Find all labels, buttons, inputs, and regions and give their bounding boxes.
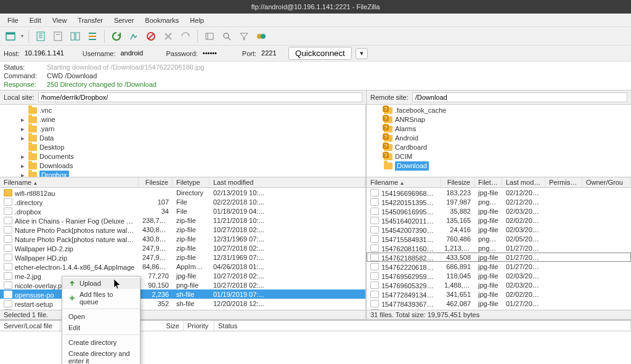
site-manager-button[interactable]: [4, 30, 17, 43]
col-filename[interactable]: Filename: [0, 177, 139, 187]
tree-item[interactable]: .vnc: [2, 106, 363, 115]
disconnect-button[interactable]: [161, 30, 175, 43]
table-row[interactable]: 1545164020114.jpg135,165jpg-file02/02/20…: [367, 216, 631, 225]
table-row[interactable]: nicole-overlay.png90,150png-file10/27/20…: [0, 280, 365, 289]
toolbar: ▾: [0, 27, 631, 46]
ctx-upload[interactable]: Upload: [62, 278, 140, 289]
quickconnect-history-dropdown[interactable]: ▾: [356, 48, 368, 59]
menu-file[interactable]: File: [2, 15, 23, 25]
table-row[interactable]: 1547621885826.jpg433,508jpg-file01/27/20…: [367, 253, 631, 262]
refresh-button[interactable]: [110, 30, 123, 43]
table-row[interactable]: wifi-rtl8812auDirectory02/13/2019 10:...: [0, 188, 365, 197]
table-row[interactable]: Wallpaper HD.zip247,995,...zip-file12/31…: [0, 253, 365, 262]
toolbar-icon-4[interactable]: [86, 30, 99, 43]
col-filetype[interactable]: Filetype: [173, 177, 210, 187]
col-filename[interactable]: Filename: [367, 177, 441, 187]
ctx-create-directory-enter[interactable]: Create directory and enter it: [62, 348, 140, 364]
col-filesize[interactable]: Filesize: [441, 177, 474, 187]
table-row[interactable]: 1545420073905.jpg24,416jpg-file02/03/201…: [367, 225, 631, 234]
menu-bar: File Edit View Transfer Server Bookmarks…: [0, 14, 631, 27]
toolbar-icon-6[interactable]: [127, 30, 140, 43]
search-button[interactable]: [220, 30, 234, 43]
table-row[interactable]: opensuse-po2,236sh-file01/19/2019 07:...: [0, 289, 365, 299]
table-row[interactable]: .directory107File02/22/2018 10:...: [0, 197, 365, 206]
password-input[interactable]: [202, 48, 238, 59]
col-filesize[interactable]: Filesize: [139, 177, 173, 187]
tree-item[interactable]: DCIM: [369, 152, 629, 161]
table-row[interactable]: me-2.jpg77,270jpg-file10/27/2018 02:...: [0, 271, 365, 280]
tree-item[interactable]: ▸.yarn: [2, 124, 363, 134]
table-row[interactable]: 1547622206180.jpg686,891jpg-file01/27/20…: [367, 262, 631, 271]
col-filetype[interactable]: Filetype: [474, 177, 502, 187]
ctx-add-to-queue[interactable]: Add files to queue: [62, 289, 140, 307]
qcol-priority[interactable]: Priority: [184, 321, 214, 331]
ctx-open[interactable]: Open: [62, 309, 140, 322]
tree-item[interactable]: Alarms: [369, 124, 629, 134]
table-row[interactable]: 1547695629594.jpg118,045jpg-file02/03/20…: [367, 271, 631, 280]
cancel-button[interactable]: [144, 30, 158, 43]
menu-server[interactable]: Server: [109, 15, 139, 25]
table-row[interactable]: 1547784393675.jpg462,087jpg-file01/27/20…: [367, 299, 631, 308]
table-row[interactable]: 1547155849318.png760,486png-file02/05/20…: [367, 234, 631, 243]
table-row[interactable]: 1542201513958.jpg197,987png-file02/12/20…: [367, 197, 631, 206]
table-row[interactable]: etcher-electron-1.4.4-x86_64.AppImage84,…: [0, 262, 365, 271]
tree-item[interactable]: ▸Data: [2, 134, 363, 143]
col-lastmodified[interactable]: Last modified: [210, 177, 365, 187]
table-row[interactable]: .dropbox34File01/18/2019 04:...: [0, 206, 365, 216]
username-input[interactable]: [119, 48, 162, 59]
toolbar-icon-1[interactable]: [34, 30, 47, 43]
tree-item[interactable]: .facebook_cache: [369, 106, 629, 115]
toolbar-icon-2[interactable]: [51, 30, 65, 43]
tree-item[interactable]: Android: [369, 134, 629, 143]
tree-item[interactable]: ▸Dropbox: [2, 171, 363, 177]
table-row[interactable]: Wallpaper HD-2.zip247,995,...zip-file10/…: [0, 243, 365, 253]
ctx-create-directory[interactable]: Create directory: [62, 334, 140, 348]
ctx-edit[interactable]: Edit: [62, 322, 140, 333]
port-label: Port:: [242, 50, 256, 57]
table-row[interactable]: 1547696053292.jpg1,488,196jpg-file02/03/…: [367, 280, 631, 289]
menu-help[interactable]: Help: [185, 15, 209, 25]
remote-site-input[interactable]: [412, 92, 627, 102]
table-row[interactable]: 1547728491348.jpg341,651jpg-file02/02/20…: [367, 289, 631, 299]
table-row[interactable]: Alice in Chains - Ranier Fog (Deluxe 2CD…: [0, 216, 365, 225]
tree-item[interactable]: Cardboard: [369, 143, 629, 152]
menu-view[interactable]: View: [47, 15, 72, 25]
menu-transfer[interactable]: Transfer: [73, 15, 108, 25]
table-row[interactable]: 1547620811604.png1,213,770png-file01/27/…: [367, 243, 631, 253]
quickconnect-button[interactable]: Quickconnect: [288, 47, 352, 60]
table-row[interactable]: Nature Photo Pack[photos nature wallpape…: [0, 225, 365, 234]
quickconnect-bar: Host: Username: Password: Port: Quickcon…: [0, 46, 631, 62]
local-site-input[interactable]: [38, 92, 362, 102]
tree-item[interactable]: Desktop: [2, 143, 363, 152]
remote-directory-tree[interactable]: .facebook_cacheANRSnapAlarmsAndroidCardb…: [367, 105, 631, 177]
tree-item[interactable]: ANRSnap: [369, 115, 629, 124]
log-command-label: Command:: [4, 71, 47, 80]
qcol-server[interactable]: Server/Local file: [0, 321, 60, 331]
col-lastmodified[interactable]: Last modified: [502, 177, 545, 187]
svg-line-14: [149, 34, 153, 39]
table-row[interactable]: 1545096169955.jpg35,882jpg-file02/03/201…: [367, 206, 631, 216]
tree-item[interactable]: ▸Downloads: [2, 161, 363, 171]
remote-file-list: Filename Filesize Filetype Last modified…: [367, 177, 631, 319]
tree-item[interactable]: ▸Documents: [2, 152, 363, 161]
compare-button[interactable]: [254, 30, 268, 43]
toolbar-icon-3[interactable]: [68, 30, 82, 43]
chevron-down-icon[interactable]: ▾: [21, 33, 23, 39]
col-permissions[interactable]: Permission:: [545, 177, 582, 187]
qcol-status[interactable]: Status: [214, 321, 631, 331]
table-row[interactable]: Nature Photo Pack[photos nature wallpape…: [0, 234, 365, 243]
tree-item[interactable]: ▸.wine: [2, 115, 363, 124]
username-label: Username:: [83, 50, 116, 57]
menu-edit[interactable]: Edit: [25, 15, 46, 25]
table-row[interactable]: restart-setup352sh-file12/20/2018 12:...: [0, 299, 365, 308]
port-input[interactable]: [260, 48, 285, 59]
local-directory-tree[interactable]: .vnc▸.wine▸.yarn▸DataDesktop▸Documents▸D…: [0, 105, 365, 177]
reconnect-button[interactable]: [179, 30, 192, 43]
filter-button[interactable]: [237, 30, 251, 43]
menu-bookmarks[interactable]: Bookmarks: [140, 15, 184, 25]
table-row[interactable]: 1541966969684 (1).jpg183,223jpg-file02/1…: [367, 188, 631, 197]
toolbar-icon-10[interactable]: [203, 30, 216, 43]
col-owner[interactable]: Owner/Grou: [582, 177, 631, 187]
tree-item[interactable]: Download: [369, 161, 629, 171]
host-input[interactable]: [23, 48, 79, 59]
